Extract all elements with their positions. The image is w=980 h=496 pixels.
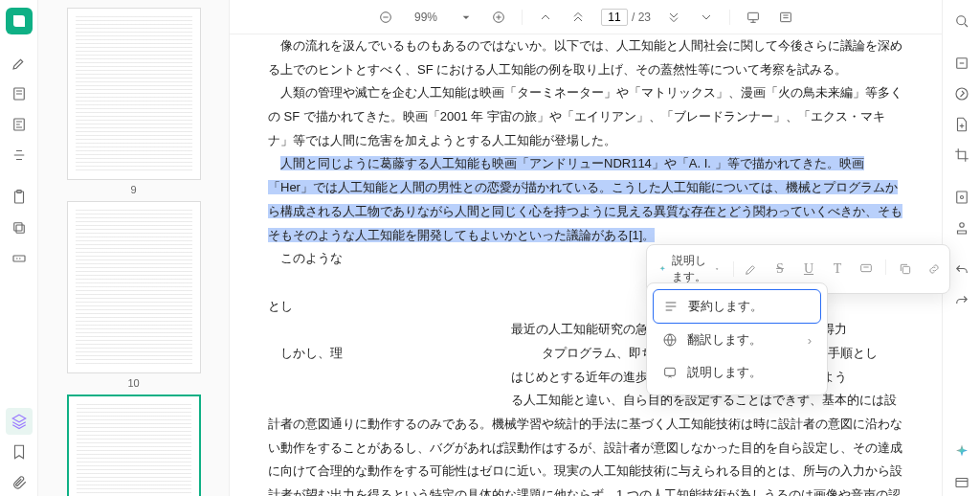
ai-action-label: 説明します。: [672, 253, 708, 285]
thumb-10[interactable]: 10: [67, 201, 201, 389]
read-mode-button[interactable]: [776, 8, 795, 27]
svg-rect-12: [902, 266, 909, 273]
highlight-icon[interactable]: [6, 50, 33, 77]
comment-button[interactable]: [857, 259, 876, 279]
copy-button[interactable]: [896, 259, 915, 279]
note-icon[interactable]: [6, 80, 33, 107]
svg-rect-10: [781, 12, 791, 21]
page-input[interactable]: [601, 9, 628, 26]
stamp-icon[interactable]: [948, 214, 975, 241]
thumb-11[interactable]: 11: [67, 395, 201, 496]
zoom-dropdown[interactable]: [457, 8, 476, 27]
thumbnail-panel[interactable]: 9 10 11: [38, 0, 230, 496]
paragraph: xxxxxxxxxxxxxxxxxxxxxxxxxxxxxxxxxxxxxxxる…: [268, 389, 903, 496]
menu-explain[interactable]: 説明します。: [653, 356, 821, 389]
menu-translate[interactable]: 翻訳します。 ›: [653, 324, 821, 356]
first-page-button[interactable]: [568, 8, 588, 27]
zoom-out-button[interactable]: [376, 8, 395, 27]
svg-point-20: [959, 223, 964, 228]
menu-summarize[interactable]: 要約します。: [653, 289, 821, 324]
last-page-button[interactable]: [664, 8, 683, 27]
top-toolbar: 99% / 23: [230, 0, 942, 34]
text-icon[interactable]: [6, 111, 33, 138]
zoom-value: 99%: [409, 11, 443, 24]
paragraph: 人間と同じように葛藤する人工知能も映画「アンドリューNDR114」や「A. I.…: [268, 152, 903, 247]
strikethrough-button[interactable]: S: [770, 259, 790, 279]
underline-button[interactable]: U: [799, 259, 818, 279]
presentation-button[interactable]: [744, 8, 763, 27]
chevron-right-icon: ›: [808, 333, 812, 348]
svg-rect-11: [861, 264, 872, 271]
strike-icon[interactable]: [6, 142, 33, 169]
redact-icon[interactable]: [6, 245, 33, 272]
svg-point-15: [956, 16, 965, 25]
svg-rect-4: [16, 225, 24, 233]
layers-icon[interactable]: [6, 408, 33, 435]
svg-rect-5: [13, 223, 21, 231]
next-page-button[interactable]: [697, 8, 716, 27]
selected-text: 人間と同じように葛藤する人工知能も映画「アンドリューNDR114」や「A. I.…: [268, 156, 902, 241]
svg-rect-21: [956, 479, 968, 487]
paragraph: 像の流れを汲んでいるものもあるのではないか。以下では、人工知能と人間社会に関して…: [268, 34, 903, 81]
svg-rect-9: [748, 12, 759, 19]
highlight-color-button[interactable]: [742, 259, 761, 279]
copy-icon[interactable]: [6, 214, 33, 241]
svg-rect-18: [956, 192, 967, 203]
page-total: / 23: [632, 11, 651, 24]
text-button[interactable]: T: [828, 259, 847, 279]
search-icon[interactable]: [948, 8, 975, 34]
svg-point-19: [960, 196, 963, 199]
main-area: 99% / 23 像の流れを汲んでいるものもあるのではないか。以下では、人工知能…: [230, 0, 942, 496]
zoom-in-button[interactable]: [489, 8, 508, 27]
clipboard-icon[interactable]: [6, 184, 33, 211]
app-logo[interactable]: [6, 8, 33, 34]
ai-action-menu: 要約します。 翻訳します。 › 説明します。: [646, 282, 828, 395]
svg-rect-14: [665, 368, 676, 375]
ai-icon[interactable]: [948, 439, 975, 465]
undo-icon[interactable]: [948, 257, 975, 283]
thumb-9[interactable]: 9: [67, 8, 201, 195]
svg-point-17: [956, 88, 968, 100]
page-indicator: / 23: [601, 9, 651, 26]
ocr-icon[interactable]: [948, 50, 975, 77]
crop-icon[interactable]: [948, 142, 975, 169]
paragraph: 人類の管理や滅亡を企む人工知能は映画「ターミネーター」や「マトリックス」、漫画「…: [268, 81, 903, 152]
attachment-icon[interactable]: [6, 469, 33, 496]
more-panel-icon[interactable]: [948, 469, 975, 496]
link-button[interactable]: [924, 259, 944, 279]
extract-icon[interactable]: [948, 184, 975, 211]
bookmark-icon[interactable]: [6, 439, 33, 465]
left-toolbar: [0, 0, 38, 496]
prev-page-button[interactable]: [536, 8, 555, 27]
protect-icon[interactable]: [948, 80, 975, 107]
redo-icon[interactable]: [948, 287, 975, 314]
file-add-icon[interactable]: [948, 111, 975, 138]
